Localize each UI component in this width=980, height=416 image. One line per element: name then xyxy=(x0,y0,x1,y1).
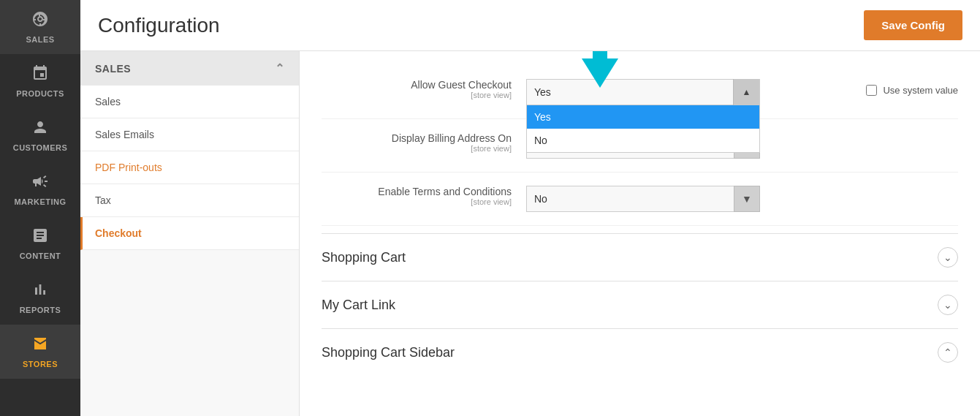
allow-guest-checkout-dropdown[interactable]: Yes ▲ Yes No xyxy=(526,79,760,105)
sidebar-item-customers-label: CUSTOMERS xyxy=(13,143,68,152)
box-icon xyxy=(31,64,49,86)
main-area: Configuration Save Config SALES ⌃ Sales … xyxy=(80,0,980,416)
sidebar-item-marketing[interactable]: MARKETING xyxy=(0,162,80,216)
form-section: Allow Guest Checkout [store view] Yes ▲ … xyxy=(322,51,958,233)
chevron-up-icon: ⌃ xyxy=(275,61,285,75)
enable-terms-dropdown[interactable]: No ▼ xyxy=(526,186,760,212)
content-icon xyxy=(31,227,49,249)
allow-guest-checkout-control: Yes ▲ Yes No xyxy=(526,79,851,105)
sidebar-item-marketing-label: MARKETING xyxy=(14,197,66,206)
use-system-value-wrapper: Use system value xyxy=(866,79,958,96)
enable-terms-selected: No xyxy=(526,186,760,212)
store-icon xyxy=(31,335,49,357)
sidebar-menu-item-tax[interactable]: Tax xyxy=(80,184,299,217)
enable-terms-arrow-icon[interactable]: ▼ xyxy=(734,186,760,212)
sidebar-item-stores[interactable]: STORES xyxy=(0,325,80,379)
sidebar-item-reports[interactable]: REPORTS xyxy=(0,271,80,325)
sidebar-item-content[interactable]: CONTENT xyxy=(0,216,80,271)
dollar-icon xyxy=(31,10,49,32)
dropdown-option-no[interactable]: No xyxy=(527,129,759,152)
sidebar-menu-item-checkout[interactable]: Checkout xyxy=(80,217,299,250)
sidebar-item-stores-label: STORES xyxy=(23,360,58,368)
page-title: Configuration xyxy=(98,14,220,37)
shopping-cart-sidebar-toggle-icon[interactable]: ⌃ xyxy=(938,342,958,363)
content-area: SALES ⌃ Sales Sales Emails PDF Print-out… xyxy=(80,51,980,416)
dropdown-selected-text: Yes xyxy=(527,80,733,104)
shopping-cart-sidebar-label: Shopping Cart Sidebar xyxy=(322,345,455,360)
cyan-arrow-indicator xyxy=(582,51,618,91)
sidebar-item-sales[interactable]: SALES xyxy=(0,0,80,54)
svg-rect-1 xyxy=(593,51,607,60)
dropdown-selected-row[interactable]: Yes ▲ xyxy=(526,79,760,105)
sidebar-item-reports-label: REPORTS xyxy=(20,306,61,314)
my-cart-link-toggle-icon[interactable]: ⌄ xyxy=(938,295,958,315)
second-sidebar: SALES ⌃ Sales Sales Emails PDF Print-out… xyxy=(80,51,300,416)
second-sidebar-header[interactable]: SALES ⌃ xyxy=(80,51,299,86)
enable-terms-control: No ▼ xyxy=(526,186,958,212)
use-system-value-checkbox[interactable] xyxy=(866,85,877,96)
form-row-enable-terms: Enable Terms and Conditions [store view]… xyxy=(322,173,958,226)
display-billing-label: Display Billing Address On [store view] xyxy=(322,132,526,153)
my-cart-link-label: My Cart Link xyxy=(322,298,395,313)
bar-chart-icon xyxy=(31,281,49,303)
megaphone-icon xyxy=(31,173,49,194)
sidebar-item-customers[interactable]: CUSTOMERS xyxy=(0,108,80,162)
shopping-cart-sidebar-section-header[interactable]: Shopping Cart Sidebar ⌃ xyxy=(322,328,958,376)
shopping-cart-section-header[interactable]: Shopping Cart ⌄ xyxy=(322,233,958,281)
svg-marker-0 xyxy=(582,58,618,88)
person-icon xyxy=(31,118,49,140)
shopping-cart-toggle-icon[interactable]: ⌄ xyxy=(938,247,958,268)
sidebar-menu-item-pdf-printouts[interactable]: PDF Print-outs xyxy=(80,151,299,184)
second-sidebar-title: SALES xyxy=(95,63,131,75)
use-system-value-label: Use system value xyxy=(883,85,958,96)
sidebar-item-products[interactable]: PRODUCTS xyxy=(0,54,80,108)
sidebar-menu-item-sales-emails[interactable]: Sales Emails xyxy=(80,118,299,151)
top-header: Configuration Save Config xyxy=(80,0,980,51)
save-config-button[interactable]: Save Config xyxy=(864,10,962,40)
form-row-allow-guest-checkout: Allow Guest Checkout [store view] Yes ▲ … xyxy=(322,66,958,119)
enable-terms-label: Enable Terms and Conditions [store view] xyxy=(322,186,526,206)
my-cart-link-section-header[interactable]: My Cart Link ⌄ xyxy=(322,281,958,328)
allow-guest-checkout-label: Allow Guest Checkout [store view] xyxy=(322,79,526,99)
sidebar-item-sales-label: SALES xyxy=(26,35,54,44)
dropdown-options: Yes No xyxy=(526,105,760,153)
config-panel: Allow Guest Checkout [store view] Yes ▲ … xyxy=(300,51,980,416)
dropdown-arrow-up-icon[interactable]: ▲ xyxy=(733,79,759,105)
main-sidebar: SALES PRODUCTS CUSTOMERS MARKETING xyxy=(0,0,80,416)
sidebar-item-content-label: CONTENT xyxy=(20,252,61,260)
shopping-cart-label: Shopping Cart xyxy=(322,250,406,265)
sidebar-item-products-label: PRODUCTS xyxy=(16,89,64,98)
sidebar-menu-item-sales[interactable]: Sales xyxy=(80,86,299,118)
dropdown-option-yes[interactable]: Yes xyxy=(527,105,759,129)
